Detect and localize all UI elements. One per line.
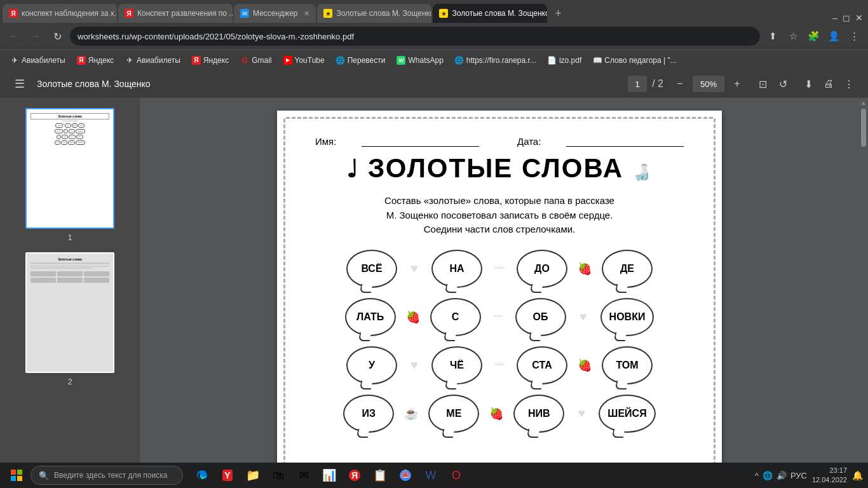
heart-icon-3: ♥ (405, 358, 424, 372)
words-row-3: У ♥ ЧЁ 〰 СТА 🍓 ТОМ (315, 346, 684, 384)
pdf-inner: Имя: Дата: ♩ ЗоЛоТые сЛова 🍶 Составь «зо… (296, 123, 703, 445)
bookmark-translate[interactable]: 🌐 Перевести (331, 53, 391, 68)
back-button[interactable]: ← (5, 27, 23, 45)
share-icon[interactable]: ⬆ (764, 27, 782, 45)
tab-3-label: Мессенджер (253, 9, 297, 18)
zoom-in-button[interactable]: + (728, 75, 746, 93)
bookmark-yandex-2[interactable]: Я Яндекс (187, 53, 234, 68)
zoom-out-button[interactable]: − (671, 75, 689, 93)
gmail-icon: G (240, 56, 249, 65)
taskbar-explorer-icon[interactable]: 📁 (241, 464, 264, 487)
page-header: Имя: Дата: (315, 136, 684, 147)
taskbar-clock[interactable]: 23:17 12.04.2022 (812, 466, 847, 485)
address-input[interactable] (70, 27, 760, 46)
chrome-icon (399, 469, 412, 482)
new-tab-button[interactable]: + (548, 4, 567, 23)
bookmark-aviabilety-1[interactable]: ✈ Авиабилеты (5, 53, 71, 68)
thumb-2-content: Золотые слова (27, 254, 113, 372)
heart-icon-2: ♥ (574, 309, 593, 324)
word-niv: НИВ (513, 395, 564, 433)
bookmarks-bar: ✈ Авиабилеты Я Яндекс ✈ Авиабилеты Я Янд… (0, 50, 868, 70)
forward-button[interactable]: → (27, 27, 44, 45)
strawberry-icon-2: 🍓 (403, 310, 423, 324)
bookmark-youtube[interactable]: ▶ YouTube (278, 53, 330, 68)
word-iz: ИЗ (343, 395, 394, 433)
chevron-up-icon[interactable]: ^ (755, 471, 759, 480)
word-text: ВСЁ (361, 263, 382, 274)
folder-icon: 📁 (246, 468, 260, 482)
taskbar-chrome-icon[interactable] (394, 464, 417, 487)
tab-4-label: Золотые слова М. Зощенко (336, 9, 431, 18)
taskbar-mail-icon[interactable]: ✉ (292, 464, 315, 487)
bookmark-label: Яндекс (203, 56, 229, 65)
word-tom: ТОМ (602, 346, 653, 384)
taskbar-store-icon[interactable]: 🛍 (267, 464, 290, 487)
tab-4[interactable]: ★ Золотые слова М. Зощенко ✕ (317, 4, 431, 23)
fit-page-button[interactable]: ⊡ (754, 75, 771, 93)
profile-icon[interactable]: 👤 (825, 27, 843, 45)
bookmark-label: izo.pdf (559, 56, 581, 65)
print-button[interactable]: 🖨 (820, 75, 837, 93)
rotate-button[interactable]: ↺ (774, 75, 792, 93)
taskbar-powerpoint-icon[interactable]: 📋 (369, 464, 391, 487)
bookmark-label: Слово педагора | "... (604, 56, 677, 65)
yandex-icon-2: Я (192, 56, 201, 65)
taskbar-edge-icon[interactable] (191, 464, 214, 487)
browser-window: Я конспект наблюдения за х... ✕ Я Конспе… (0, 0, 868, 488)
tab-3-close[interactable]: ✕ (304, 10, 309, 18)
taskbar-search[interactable]: 🔍 Введите здесь текст для поиска (31, 466, 183, 485)
bookmark-gmail[interactable]: G Gmail (235, 53, 276, 68)
tab-1-icon: Я (9, 9, 18, 18)
taskbar-yandex2-icon[interactable]: Я (343, 464, 366, 487)
word-s: С (430, 298, 481, 336)
youtube-icon: ▶ (283, 56, 292, 65)
speaker-icon[interactable]: 🔊 (776, 471, 787, 480)
bookmark-izo[interactable]: 📄 izo.pdf (543, 53, 587, 68)
pdf-document-title: Золотые слова М. Зощенко (37, 79, 620, 89)
thumbnail-2-label: 2 (67, 377, 72, 386)
download-button[interactable]: ⬇ (799, 75, 817, 93)
thumbnail-page-2[interactable]: Золотые слова 2 (25, 252, 114, 386)
bookmark-slovo[interactable]: 📖 Слово педагора | "... (588, 53, 682, 68)
bookmark-star-icon[interactable]: ☆ (784, 27, 802, 45)
window-restore-icon[interactable]: ◻ (843, 13, 850, 23)
name-field-line (362, 136, 479, 147)
right-scrollbar[interactable]: ▲ (859, 98, 868, 463)
taskbar-yandex-icon[interactable]: Y (216, 464, 239, 487)
notification-icon[interactable]: 🔔 (852, 470, 863, 480)
menu-icon[interactable]: ⋮ (845, 27, 863, 45)
window-controls: – ◻ ✕ (832, 13, 868, 23)
taskbar-opera-icon[interactable]: O (445, 464, 468, 487)
tab-3[interactable]: ✉ Мессенджер ✕ (234, 4, 316, 23)
mail-icon: ✉ (299, 468, 309, 482)
taskbar-word-icon[interactable]: W (419, 464, 442, 487)
pdf-right-icons: ⬇ 🖨 ⋮ (799, 75, 858, 93)
pdf-zoom-input[interactable] (693, 76, 724, 92)
powerpoint-icon: 📋 (373, 468, 387, 482)
scrollbar-thumb[interactable] (861, 109, 866, 147)
extensions-icon[interactable]: 🧩 (804, 27, 822, 45)
bookmark-aviabilety-2[interactable]: ✈ Авиабилеты (120, 53, 186, 68)
pdf-page-input[interactable] (628, 76, 647, 92)
refresh-button[interactable]: ↻ (48, 27, 66, 45)
window-minimize-icon[interactable]: – (832, 13, 837, 23)
bookmark-firo[interactable]: 🌐 https://firo.ranepa.r... (450, 53, 541, 68)
word-me: МЕ (428, 395, 479, 433)
network-icon[interactable]: 🌐 (763, 471, 773, 480)
scroll-up-arrow[interactable]: ▲ (860, 99, 867, 106)
pdf-menu-button[interactable]: ☰ (10, 74, 29, 93)
tab-1[interactable]: Я конспект наблюдения за х... ✕ (3, 4, 117, 23)
bookmark-yandex-1[interactable]: Я Яндекс (72, 53, 119, 68)
tab-5[interactable]: ★ Золотые слова М. Зощенко ✕ (433, 4, 547, 23)
tab-bar: Я конспект наблюдения за х... ✕ Я Конспе… (0, 0, 868, 23)
pdf-more-button[interactable]: ⋮ (840, 75, 858, 93)
word-u: У (346, 346, 397, 384)
taskbar-excel-icon[interactable]: 📊 (318, 464, 341, 487)
bookmark-whatsapp[interactable]: W WhatsApp (391, 53, 448, 68)
search-icon: 🔍 (39, 471, 49, 480)
tab-2[interactable]: Я Конспект развлечения по ... ✕ (118, 4, 233, 23)
start-button[interactable] (5, 464, 28, 487)
window-close-icon[interactable]: ✕ (855, 13, 863, 23)
thumbnail-page-1[interactable]: Золотые слова ══════════════ ВСЁ ♥ НА ДО… (25, 108, 114, 242)
bookmark-label: Gmail (252, 56, 271, 65)
